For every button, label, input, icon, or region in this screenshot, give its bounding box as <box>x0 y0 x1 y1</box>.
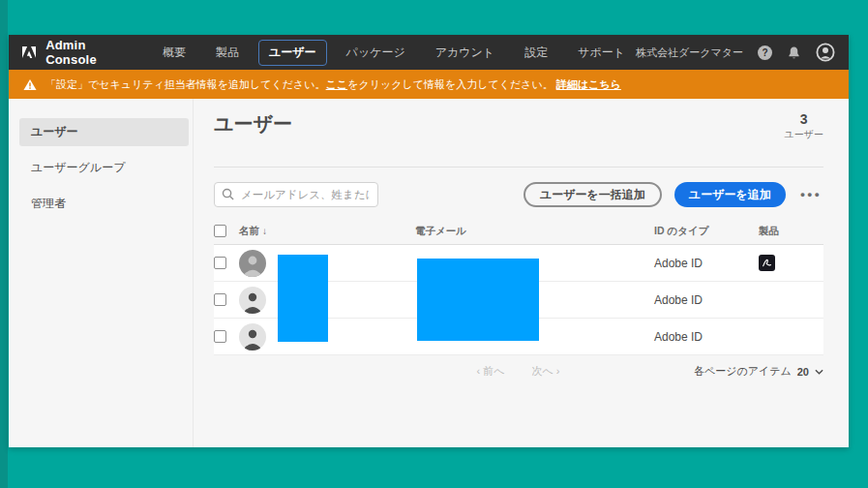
main-header: ユーザー 3 ユーザー <box>214 99 823 141</box>
banner-details-link[interactable]: 詳細はこちら <box>556 78 621 90</box>
search-input[interactable] <box>214 182 378 207</box>
user-count-value: 3 <box>785 111 823 127</box>
tab-account[interactable]: アカウント <box>425 40 505 66</box>
items-per-page-select[interactable]: 各ページのアイテム 20 <box>694 364 823 379</box>
banner-text: 「設定」でセキュリティ担当者情報を追加してください。ここをクリックして情報を入力… <box>45 77 621 92</box>
acrobat-product-icon <box>759 255 775 271</box>
admin-console-window: Admin Console 概要 製品 ユーザー パッケージ アカウント 設定 … <box>9 35 849 447</box>
column-header-product: 製品 <box>759 225 823 238</box>
banner-here-link[interactable]: ここ <box>326 78 348 90</box>
select-all-checkbox[interactable] <box>214 225 226 237</box>
chevron-down-icon <box>815 369 823 375</box>
pagination-row: ‹ 前へ 次へ › 各ページのアイテム 20 <box>214 364 823 383</box>
more-options-button[interactable]: ●●● <box>798 187 823 203</box>
page-title: ユーザー <box>214 111 292 137</box>
top-navigation-bar: Admin Console 概要 製品 ユーザー パッケージ アカウント 設定 … <box>9 35 849 70</box>
adobe-home-link[interactable]: Admin Console <box>22 38 109 67</box>
bulk-add-users-button[interactable]: ユーザーを一括追加 <box>524 182 662 207</box>
help-icon[interactable]: ? <box>758 46 772 60</box>
banner-text-before: 「設定」でセキュリティ担当者情報を追加してください。 <box>45 78 326 90</box>
items-per-page-value: 20 <box>797 366 809 378</box>
id-type-cell: Adobe ID <box>654 330 759 344</box>
previous-page-button[interactable]: ‹ 前へ <box>477 364 505 379</box>
sidebar: ユーザー ユーザーグループ 管理者 <box>9 99 194 447</box>
tab-settings[interactable]: 設定 <box>514 40 558 66</box>
topbar-right-section: 株式会社ダークマター ? <box>636 43 835 62</box>
id-type-cell: Adobe ID <box>654 257 759 270</box>
tab-products[interactable]: 製品 <box>205 40 250 66</box>
column-header-email: 電子メール <box>415 225 654 238</box>
user-avatar <box>239 250 266 277</box>
search-icon <box>222 188 234 200</box>
sidebar-item-users[interactable]: ユーザー <box>19 118 189 146</box>
user-avatar[interactable] <box>816 43 835 62</box>
banner-text-after: をクリックして情報を入力してください。 <box>347 78 554 90</box>
id-type-cell: Adobe ID <box>654 293 759 307</box>
sidebar-item-user-groups[interactable]: ユーザーグループ <box>19 154 189 182</box>
toolbar-buttons: ユーザーを一括追加 ユーザーを追加 ●●● <box>524 182 823 207</box>
tab-packages[interactable]: パッケージ <box>336 40 416 66</box>
items-per-page-label: 各ページのアイテム <box>694 364 792 379</box>
user-avatar <box>239 323 266 351</box>
security-warning-banner: 「設定」でセキュリティ担当者情報を追加してください。ここをクリックして情報を入力… <box>9 70 849 99</box>
row-checkbox[interactable] <box>214 330 226 343</box>
column-header-name[interactable]: 名前↓ <box>239 225 415 238</box>
tab-users[interactable]: ユーザー <box>258 40 327 66</box>
row-checkbox[interactable] <box>214 257 226 269</box>
redacted-email-block <box>417 259 539 341</box>
warning-icon <box>23 78 37 91</box>
org-switcher[interactable]: 株式会社ダークマター <box>636 46 743 60</box>
header-divider <box>214 167 823 168</box>
column-header-id-type: ID のタイプ <box>654 225 759 238</box>
notifications-bell-icon[interactable] <box>787 46 801 60</box>
search-box <box>214 182 378 207</box>
sidebar-item-administrators[interactable]: 管理者 <box>19 190 189 218</box>
user-avatar <box>239 287 266 314</box>
adobe-logo-icon <box>22 44 36 61</box>
background-edge-band <box>0 0 8 488</box>
top-nav-menu: 概要 製品 ユーザー パッケージ アカウント 設定 サポート <box>152 40 636 66</box>
user-count-label: ユーザー <box>785 128 823 141</box>
add-user-button[interactable]: ユーザーを追加 <box>674 182 786 207</box>
sort-desc-icon: ↓ <box>262 226 267 236</box>
row-checkbox[interactable] <box>214 293 226 306</box>
redacted-name-block <box>278 255 328 342</box>
tab-support[interactable]: サポート <box>567 40 636 66</box>
app-title: Admin Console <box>45 38 109 67</box>
tab-overview[interactable]: 概要 <box>152 40 196 66</box>
desktop-background: Admin Console 概要 製品 ユーザー パッケージ アカウント 設定 … <box>0 0 868 488</box>
next-page-button[interactable]: 次へ › <box>532 364 560 379</box>
user-count-stat: 3 ユーザー <box>785 111 823 141</box>
toolbar: ユーザーを一括追加 ユーザーを追加 ●●● <box>214 181 823 208</box>
table-header-row: 名前↓ 電子メール ID のタイプ 製品 <box>214 218 823 245</box>
